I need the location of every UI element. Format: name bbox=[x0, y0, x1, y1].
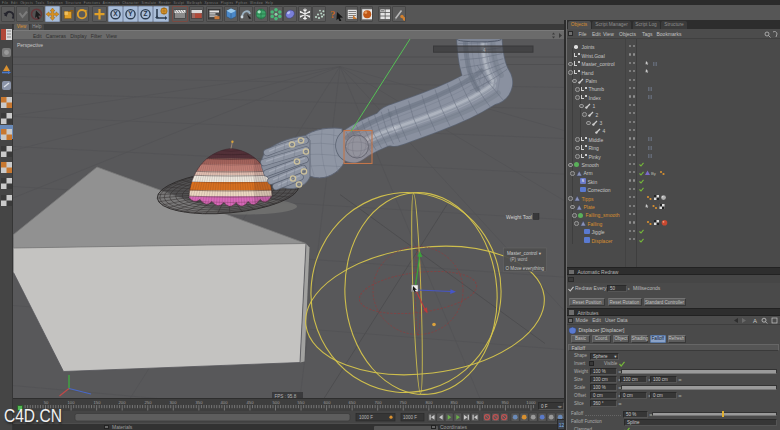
svg-text:Y: Y bbox=[128, 10, 133, 17]
svg-text:Weight Tool: Weight Tool bbox=[506, 214, 532, 220]
svg-text:A: A bbox=[753, 318, 757, 324]
svg-text:1000 F: 1000 F bbox=[359, 415, 373, 420]
svg-text:(P) word: (P) word bbox=[510, 257, 528, 262]
svg-text:Perspective: Perspective bbox=[17, 42, 43, 48]
svg-text:By: By bbox=[651, 171, 657, 176]
svg-text:Master_control ▾: Master_control ▾ bbox=[507, 250, 542, 255]
svg-text:O Move everything: O Move everything bbox=[506, 265, 545, 270]
svg-text:1000 F: 1000 F bbox=[403, 415, 417, 420]
svg-text:?: ? bbox=[330, 9, 335, 20]
svg-text:X: X bbox=[113, 10, 118, 17]
svg-text:Z: Z bbox=[143, 10, 147, 17]
